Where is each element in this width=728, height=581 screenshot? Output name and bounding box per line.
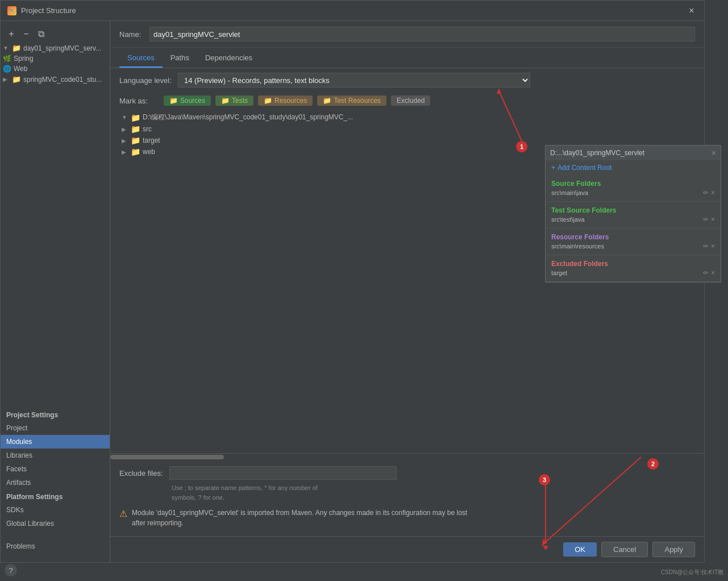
title-bar: 🔧 Project Structure ×: [1, 1, 704, 21]
src-folder-item[interactable]: ▶ 📁 src: [119, 123, 695, 135]
cancel-button[interactable]: Cancel: [601, 542, 648, 557]
tab-sources[interactable]: Sources: [119, 49, 163, 68]
name-input[interactable]: [149, 27, 695, 42]
sidebar-item-libraries[interactable]: Libraries: [1, 449, 110, 462]
add-content-root-link[interactable]: + Add Content Root: [546, 160, 721, 175]
ok-button[interactable]: OK: [563, 542, 597, 557]
resource-folder-path: src\main\resources ✏ ×: [551, 242, 715, 250]
web-toggle[interactable]: ▶: [122, 149, 128, 155]
edit-test-source-icon[interactable]: ✏: [703, 215, 709, 223]
copy-module-button[interactable]: ⧉: [35, 28, 47, 40]
warning-row: ⚠ Module 'day01_springMVC_servlet' is im…: [119, 503, 695, 533]
sdks-label: SDKs: [6, 506, 24, 514]
sidebar-item-global-libraries[interactable]: Global Libraries: [1, 517, 110, 530]
sources-btn-label: Sources: [180, 97, 205, 105]
remove-excluded-icon[interactable]: ×: [711, 269, 715, 277]
name-row: Name:: [110, 21, 704, 48]
module2-label: springMVC_code01_stu...: [23, 76, 102, 84]
mark-excluded-button[interactable]: Excluded: [391, 96, 430, 106]
sidebar-item-project[interactable]: Project: [1, 421, 110, 435]
lang-level-select[interactable]: 14 (Preview) - Records, patterns, text b…: [178, 73, 530, 88]
web-icon: 🌐: [3, 65, 11, 73]
remove-source-icon[interactable]: ×: [711, 189, 715, 197]
exclude-files-row: Exclude files:: [119, 464, 695, 482]
tree-toggle-springmvc[interactable]: ▶: [3, 76, 10, 82]
web-folder-label: web: [143, 148, 155, 156]
project-settings-section: Project Settings: [1, 408, 110, 421]
web-facet-item[interactable]: 🌐 Web: [1, 64, 110, 74]
excluded-folders-title: Excluded Folders: [551, 260, 715, 268]
sidebar-item-modules[interactable]: Modules: [1, 435, 110, 449]
mark-tests-button[interactable]: 📁 Tests: [215, 96, 253, 106]
exclude-files-input[interactable]: [169, 466, 397, 480]
resources-btn-icon: 📁: [264, 97, 272, 105]
sidebar-item-facets[interactable]: Facets: [1, 462, 110, 476]
edit-source-icon[interactable]: ✏: [703, 189, 709, 197]
add-module-button[interactable]: +: [5, 28, 18, 40]
test-source-folders-title: Test Source Folders: [551, 206, 715, 214]
close-button[interactable]: ×: [686, 5, 697, 16]
target-toggle[interactable]: ▶: [122, 138, 128, 144]
excluded-path-text: target: [551, 269, 567, 276]
src-folder-icon: 📁: [131, 125, 140, 134]
remove-module-button[interactable]: −: [20, 28, 32, 40]
test-source-folders-section: Test Source Folders src\test\java ✏ ×: [546, 202, 721, 229]
add-icon: +: [551, 164, 555, 172]
scrollbar-thumb[interactable]: [110, 455, 224, 459]
root-toggle[interactable]: ▼: [122, 114, 128, 121]
test-source-folder-path: src\test\java ✏ ×: [551, 215, 715, 223]
resource-edit-icons: ✏ ×: [703, 242, 715, 250]
source-edit-icons: ✏ ×: [703, 189, 715, 197]
horizontal-scrollbar[interactable]: [110, 454, 704, 460]
web-folder-icon: 📁: [131, 147, 140, 156]
title-bar-left: 🔧 Project Structure: [7, 6, 76, 15]
root-folder-icon: 📁: [131, 113, 140, 122]
facets-label: Facets: [6, 465, 27, 473]
sources-btn-icon: 📁: [169, 97, 178, 105]
spring-facet-item[interactable]: 🌿 Spring: [1, 53, 110, 64]
web-label: Web: [14, 65, 27, 73]
lang-level-row: Language level: 14 (Preview) - Records, …: [110, 68, 704, 92]
root-folder-item[interactable]: ▼ 📁 D:\编程\Java\Maven\springMVC_code01_st…: [119, 111, 695, 123]
sidebar-item-sdks[interactable]: SDKs: [1, 503, 110, 517]
badge-1: 1: [516, 141, 527, 152]
test-source-path-text: src\test\java: [551, 216, 585, 223]
resource-folders-title: Resource Folders: [551, 233, 715, 241]
edit-resource-icon[interactable]: ✏: [703, 242, 709, 250]
mark-test-resources-button[interactable]: 📁 Test Resources: [317, 96, 386, 106]
sidebar-toolbar: + − ⧉: [1, 26, 110, 43]
help-button[interactable]: ?: [5, 564, 17, 576]
source-folder-path: src\main\java ✏ ×: [551, 189, 715, 197]
target-folder-item[interactable]: ▶ 📁 target: [119, 135, 695, 146]
mark-sources-button[interactable]: 📁 Sources: [164, 96, 211, 106]
badge-3: 3: [539, 474, 550, 485]
module-tree-item-day01[interactable]: ▼ 📁 day01_springMVC_serv...: [1, 43, 110, 53]
warning-text: Module 'day01_springMVC_servlet' is impo…: [132, 508, 467, 528]
tab-paths[interactable]: Paths: [163, 49, 197, 68]
mark-resources-button[interactable]: 📁 Resources: [258, 96, 313, 106]
problems-label: Problems: [6, 542, 35, 550]
excluded-btn-label: Excluded: [397, 97, 425, 105]
badge-2: 2: [647, 458, 659, 470]
apply-button[interactable]: Apply: [652, 542, 695, 557]
hint-text: Use ; to separate name patterns, * for a…: [119, 482, 695, 503]
spring-label: Spring: [14, 55, 34, 63]
spring-icon: 🌿: [3, 55, 11, 63]
artifacts-label: Artifacts: [6, 479, 31, 487]
source-folders-section: Source Folders src\main\java ✏ ×: [546, 175, 721, 202]
popup-close-button[interactable]: ×: [712, 148, 716, 157]
tree-toggle-day01[interactable]: ▼: [3, 45, 10, 51]
sidebar-item-artifacts[interactable]: Artifacts: [1, 476, 110, 489]
src-toggle[interactable]: ▶: [122, 126, 128, 132]
tab-dependencies[interactable]: Dependencies: [197, 49, 260, 68]
src-folder-label: src: [143, 125, 152, 133]
sidebar-item-problems[interactable]: Problems: [1, 540, 110, 553]
tests-btn-label: Tests: [232, 97, 248, 105]
remove-resource-icon[interactable]: ×: [711, 242, 715, 250]
remove-test-source-icon[interactable]: ×: [711, 215, 715, 223]
module-tree-item-springmvc[interactable]: ▶ 📁 springMVC_code01_stu...: [1, 74, 110, 85]
mark-as-row: Mark as: 📁 Sources 📁 Tests 📁 Resources 📁…: [110, 92, 704, 109]
edit-excluded-icon[interactable]: ✏: [703, 269, 709, 277]
excluded-folder-path: target ✏ ×: [551, 269, 715, 277]
add-content-root-label: Add Content Root: [558, 164, 611, 172]
